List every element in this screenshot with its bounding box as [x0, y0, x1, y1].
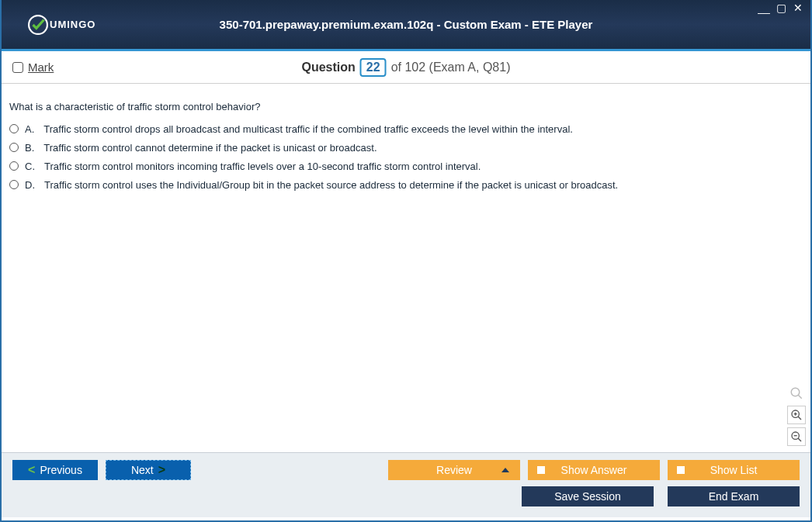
window-controls: __ ▢ ✕ — [758, 3, 804, 14]
previous-button[interactable]: < Previous — [12, 460, 98, 480]
save-session-label: Save Session — [554, 490, 621, 503]
triangle-up-icon — [501, 468, 509, 472]
svg-line-4 — [798, 417, 801, 420]
zoom-out-icon[interactable] — [787, 427, 806, 446]
checkmark-icon — [28, 15, 48, 35]
save-session-button[interactable]: Save Session — [522, 486, 654, 506]
svg-point-1 — [791, 388, 800, 396]
previous-label: Previous — [40, 464, 82, 476]
svg-line-8 — [798, 438, 801, 441]
svg-line-2 — [798, 395, 802, 399]
square-icon — [537, 466, 545, 474]
end-exam-label: End Exam — [709, 490, 759, 503]
minimize-icon[interactable]: __ — [758, 3, 770, 14]
option-text: Traffic storm control cannot determine i… — [43, 142, 377, 155]
option-c[interactable]: C. Traffic storm control monitors incomi… — [9, 161, 803, 174]
next-label: Next — [131, 464, 154, 476]
option-letter: A. — [25, 123, 34, 137]
show-list-button[interactable]: Show List — [668, 460, 800, 480]
mark-checkbox-group[interactable]: Mark — [12, 60, 54, 74]
chevron-right-icon: > — [158, 463, 165, 477]
option-text: Traffic storm control drops all broadcas… — [43, 123, 573, 137]
mark-checkbox[interactable] — [12, 62, 23, 73]
end-exam-button[interactable]: End Exam — [668, 486, 800, 506]
show-list-label: Show List — [710, 464, 758, 476]
review-button[interactable]: Review — [388, 460, 520, 480]
option-a[interactable]: A. Traffic storm control drops all broad… — [9, 123, 803, 137]
show-answer-button[interactable]: Show Answer — [528, 460, 660, 480]
chevron-left-icon: < — [28, 463, 35, 477]
brand-text: UMINGO — [50, 19, 95, 30]
option-letter: B. — [25, 142, 34, 155]
question-prompt: What is a characteristic of traffic stor… — [9, 101, 803, 112]
next-button[interactable]: Next > — [106, 460, 191, 480]
radio-icon[interactable] — [9, 143, 19, 152]
option-text: Traffic storm control uses the Individua… — [44, 179, 618, 192]
question-number: 22 — [360, 58, 387, 77]
option-letter: D. — [25, 179, 35, 192]
bottom-toolbar-2: Save Session End Exam — [2, 486, 810, 517]
close-icon[interactable]: ✕ — [792, 3, 804, 14]
window-title: 350-701.prepaway.premium.exam.102q - Cus… — [220, 18, 593, 31]
bottom-toolbar: < Previous Next > Review Show Answer Sho… — [2, 452, 810, 486]
option-text: Traffic storm control monitors incoming … — [44, 161, 481, 174]
radio-icon[interactable] — [9, 161, 19, 171]
mark-label: Mark — [28, 60, 54, 74]
radio-icon[interactable] — [9, 124, 19, 133]
question-of-text: of 102 (Exam A, Q81) — [391, 60, 511, 74]
question-indicator: Question 22 of 102 (Exam A, Q81) — [302, 58, 511, 77]
option-d[interactable]: D. Traffic storm control uses the Indivi… — [9, 179, 803, 192]
zoom-tools — [787, 384, 806, 446]
option-b[interactable]: B. Traffic storm control cannot determin… — [9, 142, 803, 155]
maximize-icon[interactable]: ▢ — [775, 3, 787, 14]
search-icon[interactable] — [787, 384, 806, 403]
brand-logo: UMINGO — [28, 15, 95, 35]
radio-icon[interactable] — [9, 180, 19, 189]
zoom-in-icon[interactable] — [787, 406, 806, 424]
title-bar: UMINGO 350-701.prepaway.premium.exam.102… — [2, 0, 810, 51]
question-header: Mark Question 22 of 102 (Exam A, Q81) — [2, 51, 810, 84]
review-label: Review — [436, 464, 472, 476]
square-icon — [677, 466, 685, 474]
question-word: Question — [302, 60, 356, 74]
question-content: What is a characteristic of traffic stor… — [2, 84, 810, 452]
show-answer-label: Show Answer — [561, 464, 627, 476]
option-letter: C. — [25, 161, 35, 174]
